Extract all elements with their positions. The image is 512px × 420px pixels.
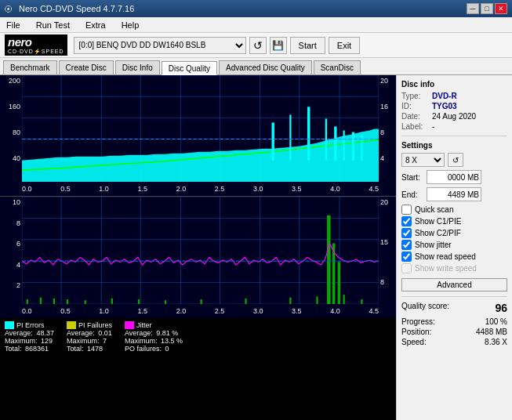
show-write-speed-row: Show write speed: [401, 263, 507, 273]
show-read-speed-checkbox[interactable]: [401, 252, 412, 262]
nero-logo: nero CD·DVD⚡SPEED: [5, 34, 67, 56]
menu-file[interactable]: File: [3, 19, 24, 31]
svg-rect-54: [327, 215, 331, 304]
lower-chart-svg: [22, 197, 379, 304]
menu-bar: File Run Test Extra Help: [0, 17, 512, 33]
y-label-40: 40: [0, 154, 22, 162]
upper-x-axis: 0.0 0.5 1.0 1.5 2.0 2.5 3.0 3.5 4.0 4.5: [22, 182, 379, 196]
refresh-button[interactable]: ↺: [249, 37, 267, 54]
tab-disc-info[interactable]: Disc Info: [115, 60, 160, 74]
quality-score-value: 96: [495, 302, 507, 314]
position-value: 4488 MB: [476, 328, 507, 336]
show-c1pie-label: Show C1/PIE: [415, 217, 461, 226]
y-right-20: 20: [379, 77, 396, 85]
menu-extra[interactable]: Extra: [82, 19, 109, 31]
jitter-max-label: Maximum:: [125, 337, 158, 345]
speed-label: Speed:: [401, 338, 427, 346]
svg-rect-23: [352, 132, 354, 161]
tab-create-disc[interactable]: Create Disc: [59, 60, 114, 74]
quick-scan-row: Quick scan: [401, 205, 507, 215]
show-c1pie-row: Show C1/PIE: [401, 216, 507, 226]
disc-label-row: Label: -: [401, 122, 507, 131]
legend-pi-errors: PI Errors Average: 48.37 Maximum: 129 To…: [5, 321, 54, 353]
end-input[interactable]: [427, 187, 481, 201]
menu-run-test[interactable]: Run Test: [33, 19, 73, 31]
disc-label-label: Label:: [401, 122, 429, 131]
settings-section: Settings 8 X ↺ Start: End: Quick scan: [401, 141, 507, 291]
disc-type-value: DVD-R: [432, 92, 457, 100]
speed-select[interactable]: 8 X: [401, 153, 445, 167]
pi-failures-max-value: 7: [103, 337, 107, 345]
maximize-button[interactable]: □: [481, 3, 493, 14]
menu-help[interactable]: Help: [118, 19, 143, 31]
speed-value: 8.36 X: [485, 338, 507, 346]
disc-type-label: Type:: [401, 92, 429, 100]
legend-jitter: Jitter Average: 9.81 % Maximum: 13.5 % P…: [125, 321, 183, 353]
chart-area: 200 160 80 40 20 16 8 4: [0, 75, 396, 420]
position-row: Position: 4488 MB: [401, 328, 507, 336]
show-write-speed-checkbox: [401, 263, 412, 273]
app-title: Nero CD-DVD Speed 4.7.7.16: [19, 4, 134, 13]
disc-date-value: 24 Aug 2020: [432, 112, 476, 121]
minimize-button[interactable]: ─: [467, 3, 479, 14]
y-label-80: 80: [0, 129, 22, 136]
end-row: End:: [401, 187, 507, 201]
show-c1pie-checkbox[interactable]: [401, 216, 412, 226]
svg-rect-19: [307, 107, 310, 161]
end-label: End:: [401, 190, 423, 199]
show-c2pif-checkbox[interactable]: [401, 228, 412, 238]
lower-chart-y-left: 10 8 6 4 2: [0, 197, 22, 304]
close-button[interactable]: ✕: [495, 3, 507, 14]
jitter-po-value: 0: [165, 345, 169, 353]
start-label: Start:: [401, 173, 423, 182]
quick-scan-label: Quick scan: [415, 205, 453, 214]
svg-rect-24: [361, 135, 362, 161]
exit-button[interactable]: Exit: [329, 37, 360, 54]
y-label-200: 200: [0, 77, 22, 85]
upper-chart-y-right: 20 16 8 4: [379, 75, 396, 182]
pi-errors-total-value: 868361: [25, 345, 49, 353]
tab-advanced-disc-quality[interactable]: Advanced Disc Quality: [219, 60, 312, 74]
show-jitter-checkbox[interactable]: [401, 240, 412, 250]
jitter-po-label: PO failures:: [125, 345, 162, 353]
disc-info-section: Disc info Type: DVD-R ID: TYG03 Date: 24…: [401, 80, 507, 131]
svg-rect-51: [245, 299, 246, 304]
svg-rect-21: [334, 126, 336, 160]
save-button[interactable]: 💾: [270, 37, 287, 54]
settings-title: Settings: [401, 141, 507, 150]
show-jitter-label: Show jitter: [415, 241, 452, 249]
pi-failures-avg-value: 0.01: [98, 329, 112, 337]
y-label-160: 160: [0, 103, 22, 110]
position-label: Position:: [401, 328, 431, 336]
y-right-8: 8: [379, 129, 396, 136]
disc-date-label: Date:: [401, 112, 429, 121]
show-read-speed-label: Show read speed: [415, 252, 476, 261]
lower-chart-y-right: 20 15 8: [379, 197, 396, 304]
tab-benchmark[interactable]: Benchmark: [3, 60, 57, 74]
advanced-button[interactable]: Advanced: [401, 278, 507, 291]
quick-scan-checkbox[interactable]: [401, 205, 412, 215]
tab-scandisc[interactable]: ScanDisc: [314, 60, 361, 74]
lower-x-axis: 0.0 0.5 1.0 1.5 2.0 2.5 3.0 3.5 4.0 4.5: [22, 304, 379, 318]
speed-refresh-button[interactable]: ↺: [448, 153, 463, 167]
disc-date-row: Date: 24 Aug 2020: [401, 112, 507, 121]
title-bar: 🖸 Nero CD-DVD Speed 4.7.7.16 ─ □ ✕: [0, 0, 512, 17]
pi-errors-max-value: 129: [41, 337, 53, 345]
start-input[interactable]: [427, 170, 481, 184]
progress-value: 100 %: [485, 317, 507, 326]
legend-pi-failures: PI Failures Average: 0.01 Maximum: 7 Tot…: [67, 321, 112, 353]
disc-info-title: Disc info: [401, 80, 507, 89]
pi-failures-avg-label: Average:: [67, 329, 95, 337]
cdspeed-text: CD·DVD⚡SPEED: [8, 49, 64, 54]
quality-score-row: Quality score: 96: [401, 302, 507, 314]
svg-rect-18: [289, 114, 291, 160]
disc-id-row: ID: TYG03: [401, 102, 507, 110]
svg-rect-47: [111, 299, 113, 304]
start-button[interactable]: Start: [290, 37, 325, 54]
tab-disc-quality[interactable]: Disc Quality: [162, 61, 217, 75]
pi-errors-label: PI Errors: [16, 321, 45, 329]
jitter-avg-label: Average:: [125, 329, 153, 337]
pi-errors-avg-label: Average:: [5, 329, 33, 337]
drive-select[interactable]: [0:0] BENQ DVD DD DW1640 BSLB: [74, 37, 246, 54]
svg-rect-52: [289, 298, 291, 304]
